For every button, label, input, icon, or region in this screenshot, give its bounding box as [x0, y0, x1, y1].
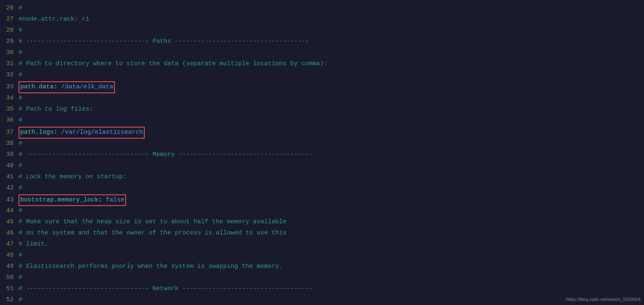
code-line: 48#: [0, 251, 644, 262]
line-number: 35: [0, 104, 19, 115]
code-line: 35# Path to log files:: [0, 104, 644, 116]
line-number: 42: [0, 183, 19, 194]
code-line: 31# Path to directory where to store the…: [0, 59, 644, 70]
line-number: 39: [0, 150, 19, 160]
code-line: 33path.data: /data/elk_data: [0, 81, 644, 93]
line-number: 30: [0, 48, 19, 58]
line-number: 50: [0, 273, 19, 283]
code-line: 37path.logs: /var/log/elasticsearch: [0, 127, 644, 139]
code-line: 28#: [0, 26, 644, 37]
line-number: 32: [0, 70, 19, 80]
line-number: 43: [0, 195, 19, 206]
line-content: # --------------------------------- Memo…: [19, 150, 644, 160]
code-line: 32#: [0, 70, 644, 81]
code-line: 47# limit.: [0, 239, 644, 251]
code-line: 40#: [0, 161, 644, 172]
code-line: 43bootstrap.memory_lock: false: [0, 194, 644, 206]
code-line: 27#node.attr.rack: r1: [0, 14, 644, 26]
line-content: # on the system and that the owner of th…: [19, 228, 644, 239]
line-content: #: [19, 26, 644, 36]
line-number: 29: [0, 37, 19, 47]
line-content: bootstrap.memory_lock: false: [19, 194, 644, 206]
line-content: path.logs: /var/log/elasticsearch: [19, 127, 644, 139]
code-line: 30#: [0, 48, 644, 59]
line-content: #: [19, 273, 644, 283]
code-line: 51# --------------------------------- Ne…: [0, 284, 644, 295]
line-number: 34: [0, 93, 19, 104]
line-number: 33: [0, 82, 19, 92]
line-content: # --------------------------------- Netw…: [19, 284, 644, 294]
code-line: 49# Elasticsearch performs poorly when t…: [0, 262, 644, 273]
line-content: #: [19, 116, 644, 126]
line-number: 27: [0, 14, 19, 25]
line-number: 38: [0, 139, 19, 149]
line-content: # --------------------------------- Path…: [19, 37, 644, 47]
code-line: 36#: [0, 116, 644, 127]
line-content: #: [19, 206, 644, 216]
highlighted-config-line: bootstrap.memory_lock: false: [19, 194, 126, 206]
line-content: #: [19, 48, 644, 58]
code-line: 41# Lock the memory on startup:: [0, 172, 644, 183]
code-line: 52#: [0, 295, 644, 305]
line-content: #: [19, 251, 644, 261]
code-line: 38#: [0, 139, 644, 150]
line-content: #: [19, 93, 644, 104]
line-number: 52: [0, 295, 19, 305]
line-content: #: [19, 139, 644, 149]
line-content: path.data: /data/elk_data: [19, 81, 644, 93]
line-number: 49: [0, 262, 19, 272]
line-content: #: [19, 183, 644, 194]
code-editor: 26#27#node.attr.rack: r128#29# ---------…: [0, 0, 644, 305]
line-content: #: [19, 70, 644, 80]
code-line: 39# --------------------------------- Me…: [0, 150, 644, 161]
line-number: 26: [0, 3, 19, 14]
code-line: 26#: [0, 3, 644, 14]
line-content: # limit.: [19, 239, 644, 250]
line-content: # Path to log files:: [19, 104, 644, 115]
line-number: 36: [0, 116, 19, 126]
line-content: # Elasticsearch performs poorly when the…: [19, 262, 644, 272]
code-line: 45# Make sure that the heap size is set …: [0, 217, 644, 228]
line-number: 28: [0, 26, 19, 36]
line-number: 37: [0, 128, 19, 138]
line-number: 46: [0, 228, 19, 239]
line-content: # Make sure that the heap size is set to…: [19, 217, 644, 227]
line-number: 31: [0, 59, 19, 69]
line-content: #: [19, 3, 644, 14]
line-number: 47: [0, 239, 19, 250]
code-line: 29# --------------------------------- Pa…: [0, 37, 644, 48]
code-line: 44#: [0, 206, 644, 217]
line-number: 51: [0, 284, 19, 294]
code-line: 42#: [0, 183, 644, 194]
line-content: #: [19, 161, 644, 171]
line-number: 48: [0, 251, 19, 261]
line-content: # Lock the memory on startup:: [19, 172, 644, 182]
code-line: 46# on the system and that the owner of …: [0, 228, 644, 239]
code-line: 34#: [0, 93, 644, 104]
watermark: https://blog.csdn.net/weixin_5034914: [566, 297, 641, 302]
highlighted-config-line: path.logs: /var/log/elasticsearch: [19, 127, 145, 139]
line-number: 40: [0, 161, 19, 171]
line-content: #: [19, 295, 644, 305]
line-number: 45: [0, 217, 19, 227]
line-content: # Path to directory where to store the d…: [19, 59, 644, 69]
line-content: #node.attr.rack: r1: [19, 14, 644, 25]
highlighted-config-line: path.data: /data/elk_data: [19, 81, 115, 93]
line-number: 44: [0, 206, 19, 216]
line-number: 41: [0, 172, 19, 182]
code-line: 50#: [0, 273, 644, 284]
